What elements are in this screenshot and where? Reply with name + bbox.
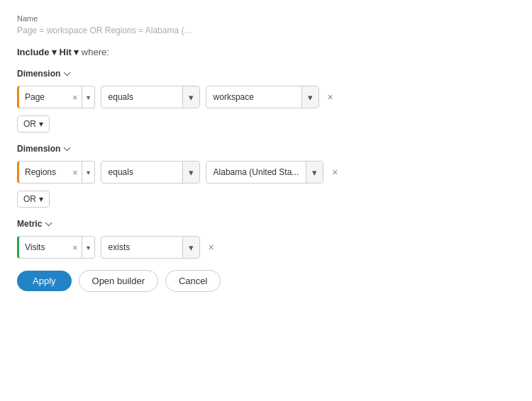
dimension1-chevron-icon[interactable] bbox=[63, 70, 70, 77]
dimension1-header: Dimension bbox=[17, 69, 515, 79]
metric-operator-label: exists bbox=[101, 242, 182, 252]
dimension1-operator-chevron-icon[interactable]: ▾ bbox=[182, 86, 199, 108]
dimension2-value-label: Alabama (United Sta... bbox=[206, 167, 306, 177]
name-label: Name bbox=[17, 14, 515, 23]
dimension2-field-pill[interactable]: Regions × ▾ bbox=[17, 161, 95, 183]
dimension1-or-chevron-icon: ▾ bbox=[39, 119, 43, 129]
metric-filter-row: Visits × ▾ exists ▾ × bbox=[17, 236, 515, 259]
dimension2-field-chevron-icon[interactable]: ▾ bbox=[82, 162, 94, 183]
include-label: Include bbox=[17, 47, 50, 57]
dimension1-label: Dimension bbox=[17, 69, 60, 79]
metric-chevron-icon[interactable] bbox=[45, 220, 52, 227]
metric-field-chevron-icon[interactable]: ▾ bbox=[82, 237, 94, 258]
metric-field-close-icon[interactable]: × bbox=[69, 242, 82, 253]
dimension1-value-dropdown[interactable]: workspace ▾ bbox=[206, 86, 319, 108]
button-row: Apply Open builder Cancel bbox=[17, 270, 515, 292]
include-chevron-icon[interactable]: ▾ bbox=[52, 47, 57, 57]
dimension1-field-close-icon[interactable]: × bbox=[69, 92, 82, 103]
dimension2-field-close-icon[interactable]: × bbox=[69, 167, 82, 178]
dimension1-section: Dimension Page × ▾ equals ▾ workspace ▾ … bbox=[17, 69, 515, 132]
dimension2-label: Dimension bbox=[17, 144, 60, 154]
apply-button[interactable]: Apply bbox=[17, 271, 72, 291]
include-dropdown[interactable]: Include ▾ bbox=[17, 47, 57, 57]
open-builder-button[interactable]: Open builder bbox=[79, 270, 158, 292]
dimension1-operator-label: equals bbox=[101, 92, 182, 102]
dimension2-section: Dimension Regions × ▾ equals ▾ Alabama (… bbox=[17, 144, 515, 208]
name-value: Page = workspace OR Regions = Alabama (.… bbox=[17, 26, 515, 35]
dimension1-row-close-icon[interactable]: × bbox=[325, 91, 336, 103]
hit-dropdown[interactable]: Hit ▾ bbox=[60, 47, 79, 57]
dimension1-field-chevron-icon[interactable]: ▾ bbox=[82, 86, 94, 108]
dimension2-operator-label: equals bbox=[101, 167, 182, 177]
hit-label: Hit bbox=[60, 47, 72, 57]
dimension1-value-label: workspace bbox=[206, 92, 301, 102]
dimension1-operator-dropdown[interactable]: equals ▾ bbox=[101, 86, 200, 108]
dimension2-value-chevron-icon[interactable]: ▾ bbox=[306, 162, 323, 183]
name-section: Name Page = workspace OR Regions = Alaba… bbox=[17, 14, 515, 35]
dimension1-field-pill[interactable]: Page × ▾ bbox=[17, 86, 95, 108]
metric-operator-dropdown[interactable]: exists ▾ bbox=[101, 236, 200, 259]
metric-field-pill[interactable]: Visits × ▾ bbox=[17, 236, 95, 259]
metric-label: Metric bbox=[17, 219, 42, 229]
dimension2-or-button[interactable]: OR ▾ bbox=[17, 191, 50, 208]
dimension2-operator-dropdown[interactable]: equals ▾ bbox=[101, 161, 200, 183]
dimension2-field-label: Regions bbox=[19, 167, 69, 177]
dimension2-value-dropdown[interactable]: Alabama (United Sta... ▾ bbox=[206, 161, 324, 183]
cancel-button[interactable]: Cancel bbox=[165, 270, 221, 292]
metric-operator-chevron-icon[interactable]: ▾ bbox=[182, 237, 199, 258]
dimension2-operator-chevron-icon[interactable]: ▾ bbox=[182, 162, 199, 183]
dimension1-field-label: Page bbox=[19, 92, 69, 102]
include-row: Include ▾ Hit ▾ where: bbox=[17, 47, 515, 57]
dimension2-filter-row: Regions × ▾ equals ▾ Alabama (United Sta… bbox=[17, 161, 515, 183]
dimension1-value-chevron-icon[interactable]: ▾ bbox=[301, 86, 318, 108]
dimension2-chevron-icon[interactable] bbox=[63, 145, 70, 152]
metric-row-close-icon[interactable]: × bbox=[206, 242, 217, 253]
dimension2-or-chevron-icon: ▾ bbox=[39, 194, 43, 204]
where-label: where: bbox=[82, 47, 109, 57]
metric-section: Metric Visits × ▾ exists ▾ × bbox=[17, 219, 515, 259]
dimension1-filter-row: Page × ▾ equals ▾ workspace ▾ × bbox=[17, 86, 515, 108]
metric-header: Metric bbox=[17, 219, 515, 229]
metric-field-label: Visits bbox=[19, 242, 69, 252]
hit-chevron-icon[interactable]: ▾ bbox=[74, 47, 79, 57]
dimension2-row-close-icon[interactable]: × bbox=[329, 166, 340, 178]
dimension1-or-label: OR bbox=[23, 119, 36, 129]
dimension2-or-label: OR bbox=[23, 194, 36, 204]
dimension1-or-button[interactable]: OR ▾ bbox=[17, 115, 50, 132]
dimension2-header: Dimension bbox=[17, 144, 515, 154]
